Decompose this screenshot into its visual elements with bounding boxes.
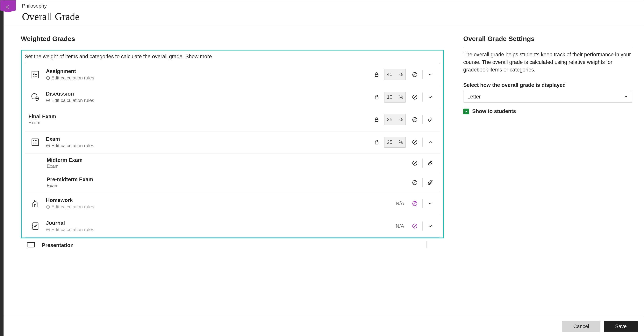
svg-point-19: [37, 98, 38, 99]
svg-line-56: [414, 202, 416, 205]
svg-line-28: [414, 118, 416, 121]
weighted-grades-highlight: Set the weight of items and categories t…: [21, 50, 444, 238]
expand-toggle[interactable]: [425, 201, 435, 206]
discussion-icon: [28, 92, 42, 102]
plus-circle-icon: [46, 76, 50, 80]
link-action[interactable]: [425, 117, 435, 122]
edit-rules-link[interactable]: Edit calculation rules: [46, 143, 372, 148]
unlink-action[interactable]: [425, 180, 435, 185]
display-select-label: Select how the overall grade is displaye…: [463, 82, 632, 88]
category-title: Assignment: [46, 68, 372, 74]
category-title: Exam: [46, 136, 372, 142]
page-title: Overall Grade: [22, 11, 644, 22]
category-row-presentation-peek: Presentation: [21, 238, 444, 248]
weight-input[interactable]: 25%: [384, 114, 406, 125]
exclude-toggle-active[interactable]: [410, 223, 420, 229]
plus-circle-icon: [46, 227, 50, 232]
category-subtitle: Exam: [28, 120, 372, 126]
exclude-toggle-active[interactable]: [410, 201, 420, 206]
exclude-toggle[interactable]: [410, 180, 420, 185]
show-to-students-row: Show to students: [463, 108, 632, 114]
category-title: Homework: [46, 197, 383, 203]
instruction-text: Set the weight of items and categories t…: [25, 54, 440, 60]
subitem-row-midterm: Midterm Exam Exam: [25, 154, 440, 173]
prohibit-icon: [412, 180, 418, 185]
category-row-exam: Exam Edit calculation rules 25%: [25, 131, 440, 154]
category-title: Discussion: [46, 91, 372, 97]
cancel-button[interactable]: Cancel: [562, 321, 600, 332]
svg-rect-67: [28, 242, 35, 247]
lock-icon: [374, 94, 380, 100]
expand-toggle[interactable]: [425, 72, 435, 77]
lock-icon: [374, 139, 380, 145]
prohibit-icon: [412, 117, 418, 123]
edit-rules-link[interactable]: Edit calculation rules: [46, 98, 372, 103]
weight-input[interactable]: 40%: [384, 69, 406, 80]
lock-icon: [374, 72, 380, 77]
weight-input[interactable]: 10%: [384, 92, 406, 103]
unlink-icon: [427, 180, 433, 185]
prohibit-icon: [412, 72, 418, 77]
chevron-down-icon: [428, 94, 433, 100]
svg-line-44: [414, 141, 416, 144]
expand-toggle[interactable]: [425, 94, 435, 100]
show-to-students-checkbox[interactable]: [463, 109, 469, 114]
edit-rules-link[interactable]: Edit calculation rules: [46, 75, 372, 81]
chevron-up-icon: [428, 140, 433, 145]
caret-down-icon: [624, 95, 628, 99]
subitem-row-premidterm: Pre-midterm Exam Exam: [25, 173, 440, 192]
presentation-icon: [24, 240, 38, 248]
chevron-down-icon: [428, 201, 433, 206]
weighted-grades-pane: Weighted Grades Set the weight of items …: [4, 26, 455, 317]
display-select[interactable]: Letter: [463, 91, 632, 103]
exclude-toggle[interactable]: [410, 139, 420, 145]
panel-footer: Cancel Save: [4, 317, 644, 336]
svg-rect-42: [375, 142, 378, 144]
edit-rules-label: Edit calculation rules: [51, 143, 94, 148]
show-to-students-label: Show to students: [472, 108, 516, 114]
collapse-toggle[interactable]: [425, 140, 435, 145]
svg-line-14: [414, 73, 416, 76]
svg-rect-57: [33, 223, 38, 230]
svg-rect-26: [375, 119, 378, 121]
close-button[interactable]: [0, 0, 16, 13]
subitem-subtitle: Exam: [47, 164, 410, 169]
edit-rules-label: Edit calculation rules: [51, 98, 94, 103]
svg-point-15: [32, 93, 37, 99]
unlink-icon: [427, 160, 433, 166]
category-list: Assignment Edit calculation rules 40%: [25, 63, 440, 238]
breadcrumb: Philosophy: [22, 3, 644, 9]
settings-description: The overall grade helps students keep tr…: [463, 51, 632, 74]
exclude-toggle[interactable]: [410, 117, 420, 123]
save-button[interactable]: Save: [604, 321, 638, 332]
instruction-text-body: Set the weight of items and categories t…: [25, 54, 185, 59]
lock-toggle[interactable]: [372, 117, 382, 123]
lock-toggle[interactable]: [372, 72, 382, 77]
show-more-link[interactable]: Show more: [185, 54, 212, 59]
exclude-toggle[interactable]: [410, 94, 420, 100]
subitem-subtitle: Exam: [47, 183, 410, 188]
weight-input[interactable]: 25%: [384, 137, 406, 148]
svg-line-49: [414, 181, 416, 184]
category-row-journal: Journal Edit calculation rules N/A: [25, 215, 440, 237]
separator: [426, 241, 427, 248]
category-row-assignment: Assignment Edit calculation rules 40%: [25, 63, 440, 86]
exclude-toggle[interactable]: [410, 160, 420, 166]
svg-rect-23: [375, 97, 378, 99]
plus-circle-icon: [46, 205, 50, 209]
lock-toggle[interactable]: [372, 94, 382, 100]
settings-heading: Overall Grade Settings: [463, 35, 632, 42]
unlink-action[interactable]: [425, 160, 435, 166]
category-title: Journal: [46, 220, 383, 226]
edit-rules-link-disabled: Edit calculation rules: [46, 227, 383, 232]
weight-na: N/A: [383, 223, 404, 229]
weighted-grades-heading: Weighted Grades: [21, 35, 444, 42]
lock-toggle[interactable]: [372, 139, 382, 145]
prohibit-icon: [412, 223, 418, 229]
homework-icon: [28, 198, 42, 209]
exclude-toggle[interactable]: [410, 72, 420, 77]
svg-line-66: [414, 225, 416, 228]
link-icon: [428, 117, 433, 122]
expand-toggle[interactable]: [425, 223, 435, 229]
subitem-title: Pre-midterm Exam: [47, 176, 410, 182]
